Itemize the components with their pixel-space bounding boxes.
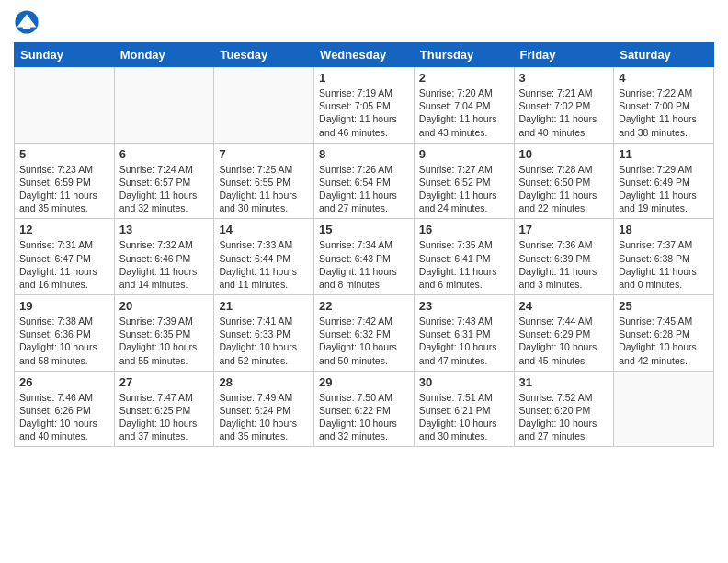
calendar-day-6: 6Sunrise: 7:24 AM Sunset: 6:57 PM Daylig…: [114, 143, 214, 219]
svg-rect-2: [23, 23, 30, 29]
day-info: Sunrise: 7:24 AM Sunset: 6:57 PM Dayligh…: [119, 163, 210, 215]
day-info: Sunrise: 7:26 AM Sunset: 6:54 PM Dayligh…: [319, 163, 409, 215]
day-number: 23: [419, 299, 509, 313]
day-header-saturday: Saturday: [614, 43, 714, 67]
calendar-empty-cell: [614, 371, 714, 447]
calendar-week-row: 12Sunrise: 7:31 AM Sunset: 6:47 PM Dayli…: [15, 219, 714, 295]
calendar-day-23: 23Sunrise: 7:43 AM Sunset: 6:31 PM Dayli…: [414, 295, 514, 372]
day-info: Sunrise: 7:45 AM Sunset: 6:28 PM Dayligh…: [619, 315, 709, 367]
calendar-day-2: 2Sunrise: 7:20 AM Sunset: 7:04 PM Daylig…: [414, 67, 514, 144]
day-number: 15: [319, 223, 409, 236]
calendar-week-row: 26Sunrise: 7:46 AM Sunset: 6:26 PM Dayli…: [15, 371, 714, 447]
day-info: Sunrise: 7:28 AM Sunset: 6:50 PM Dayligh…: [519, 163, 609, 215]
calendar-day-4: 4Sunrise: 7:22 AM Sunset: 7:00 PM Daylig…: [614, 67, 714, 144]
day-number: 27: [119, 375, 210, 389]
calendar-day-15: 15Sunrise: 7:34 AM Sunset: 6:43 PM Dayli…: [314, 219, 415, 295]
day-info: Sunrise: 7:29 AM Sunset: 6:49 PM Dayligh…: [619, 163, 709, 215]
day-number: 10: [519, 147, 609, 161]
day-info: Sunrise: 7:52 AM Sunset: 6:20 PM Dayligh…: [519, 391, 609, 443]
calendar-day-7: 7Sunrise: 7:25 AM Sunset: 6:55 PM Daylig…: [214, 143, 314, 219]
calendar-day-31: 31Sunrise: 7:52 AM Sunset: 6:20 PM Dayli…: [514, 371, 614, 447]
day-number: 20: [119, 299, 210, 313]
calendar-day-22: 22Sunrise: 7:42 AM Sunset: 6:32 PM Dayli…: [314, 295, 415, 372]
day-info: Sunrise: 7:23 AM Sunset: 6:59 PM Dayligh…: [19, 163, 109, 215]
day-info: Sunrise: 7:31 AM Sunset: 6:47 PM Dayligh…: [19, 238, 109, 291]
day-number: 21: [219, 299, 309, 313]
calendar-week-row: 1Sunrise: 7:19 AM Sunset: 7:05 PM Daylig…: [15, 67, 714, 144]
day-info: Sunrise: 7:20 AM Sunset: 7:04 PM Dayligh…: [419, 86, 509, 139]
day-header-monday: Monday: [114, 43, 214, 67]
day-number: 18: [619, 223, 709, 236]
day-header-tuesday: Tuesday: [214, 43, 314, 67]
day-number: 1: [319, 71, 409, 85]
page-header: [14, 9, 714, 35]
day-number: 24: [519, 299, 609, 313]
calendar-day-16: 16Sunrise: 7:35 AM Sunset: 6:41 PM Dayli…: [414, 219, 514, 295]
calendar-day-11: 11Sunrise: 7:29 AM Sunset: 6:49 PM Dayli…: [614, 143, 714, 219]
day-info: Sunrise: 7:51 AM Sunset: 6:21 PM Dayligh…: [419, 391, 509, 443]
calendar-week-row: 19Sunrise: 7:38 AM Sunset: 6:36 PM Dayli…: [15, 295, 714, 372]
day-number: 17: [519, 223, 609, 236]
day-info: Sunrise: 7:42 AM Sunset: 6:32 PM Dayligh…: [319, 315, 409, 367]
calendar-day-26: 26Sunrise: 7:46 AM Sunset: 6:26 PM Dayli…: [15, 371, 115, 447]
day-number: 13: [119, 223, 210, 236]
calendar-day-27: 27Sunrise: 7:47 AM Sunset: 6:25 PM Dayli…: [114, 371, 214, 447]
day-number: 5: [19, 147, 109, 161]
calendar-day-1: 1Sunrise: 7:19 AM Sunset: 7:05 PM Daylig…: [314, 67, 415, 144]
day-number: 14: [219, 223, 309, 236]
calendar-day-8: 8Sunrise: 7:26 AM Sunset: 6:54 PM Daylig…: [314, 143, 415, 219]
calendar-empty-cell: [114, 67, 214, 144]
logo-icon: [14, 9, 40, 35]
day-number: 8: [319, 147, 409, 161]
day-number: 4: [619, 71, 709, 85]
day-info: Sunrise: 7:34 AM Sunset: 6:43 PM Dayligh…: [319, 238, 409, 291]
day-info: Sunrise: 7:33 AM Sunset: 6:44 PM Dayligh…: [219, 238, 309, 291]
day-info: Sunrise: 7:37 AM Sunset: 6:38 PM Dayligh…: [619, 238, 709, 291]
calendar-day-25: 25Sunrise: 7:45 AM Sunset: 6:28 PM Dayli…: [614, 295, 714, 372]
calendar-day-5: 5Sunrise: 7:23 AM Sunset: 6:59 PM Daylig…: [15, 143, 115, 219]
day-number: 7: [219, 147, 309, 161]
day-header-sunday: Sunday: [15, 43, 115, 67]
calendar-week-row: 5Sunrise: 7:23 AM Sunset: 6:59 PM Daylig…: [15, 143, 714, 219]
logo: [14, 9, 41, 35]
calendar-day-21: 21Sunrise: 7:41 AM Sunset: 6:33 PM Dayli…: [214, 295, 314, 372]
calendar-day-24: 24Sunrise: 7:44 AM Sunset: 6:29 PM Dayli…: [514, 295, 614, 372]
day-info: Sunrise: 7:22 AM Sunset: 7:00 PM Dayligh…: [619, 86, 709, 139]
day-header-wednesday: Wednesday: [314, 43, 415, 67]
day-info: Sunrise: 7:32 AM Sunset: 6:46 PM Dayligh…: [119, 238, 210, 291]
calendar-day-14: 14Sunrise: 7:33 AM Sunset: 6:44 PM Dayli…: [214, 219, 314, 295]
calendar-day-12: 12Sunrise: 7:31 AM Sunset: 6:47 PM Dayli…: [15, 219, 115, 295]
calendar-day-3: 3Sunrise: 7:21 AM Sunset: 7:02 PM Daylig…: [514, 67, 614, 144]
day-number: 31: [519, 375, 609, 389]
calendar-day-10: 10Sunrise: 7:28 AM Sunset: 6:50 PM Dayli…: [514, 143, 614, 219]
day-info: Sunrise: 7:44 AM Sunset: 6:29 PM Dayligh…: [519, 315, 609, 367]
day-number: 6: [119, 147, 210, 161]
day-header-thursday: Thursday: [414, 43, 514, 67]
day-info: Sunrise: 7:50 AM Sunset: 6:22 PM Dayligh…: [319, 391, 409, 443]
day-number: 2: [419, 71, 509, 85]
day-header-friday: Friday: [514, 43, 614, 67]
day-number: 25: [619, 299, 709, 313]
day-info: Sunrise: 7:41 AM Sunset: 6:33 PM Dayligh…: [219, 315, 309, 367]
day-info: Sunrise: 7:36 AM Sunset: 6:39 PM Dayligh…: [519, 238, 609, 291]
calendar-day-29: 29Sunrise: 7:50 AM Sunset: 6:22 PM Dayli…: [314, 371, 415, 447]
day-info: Sunrise: 7:39 AM Sunset: 6:35 PM Dayligh…: [119, 315, 210, 367]
day-info: Sunrise: 7:46 AM Sunset: 6:26 PM Dayligh…: [19, 391, 109, 443]
day-info: Sunrise: 7:47 AM Sunset: 6:25 PM Dayligh…: [119, 391, 210, 443]
day-info: Sunrise: 7:35 AM Sunset: 6:41 PM Dayligh…: [419, 238, 509, 291]
calendar-day-17: 17Sunrise: 7:36 AM Sunset: 6:39 PM Dayli…: [514, 219, 614, 295]
calendar-day-18: 18Sunrise: 7:37 AM Sunset: 6:38 PM Dayli…: [614, 219, 714, 295]
day-number: 26: [19, 375, 109, 389]
day-number: 9: [419, 147, 509, 161]
day-number: 28: [219, 375, 309, 389]
day-info: Sunrise: 7:43 AM Sunset: 6:31 PM Dayligh…: [419, 315, 509, 367]
calendar-empty-cell: [214, 67, 314, 144]
page-container: SundayMondayTuesdayWednesdayThursdayFrid…: [0, 0, 728, 452]
calendar-empty-cell: [15, 67, 115, 144]
day-number: 16: [419, 223, 509, 236]
day-number: 29: [319, 375, 409, 389]
day-number: 12: [19, 223, 109, 236]
day-info: Sunrise: 7:21 AM Sunset: 7:02 PM Dayligh…: [519, 86, 609, 139]
calendar-day-9: 9Sunrise: 7:27 AM Sunset: 6:52 PM Daylig…: [414, 143, 514, 219]
day-number: 30: [419, 375, 509, 389]
